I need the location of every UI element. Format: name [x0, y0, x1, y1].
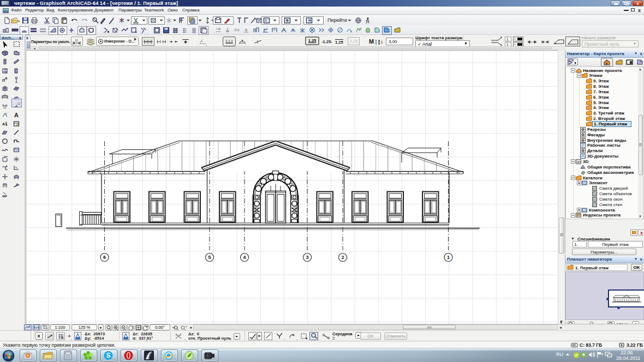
svg-text:4: 4 — [243, 255, 246, 260]
svg-text:6: 6 — [103, 255, 106, 260]
svg-text:3D: 3D — [577, 160, 581, 164]
svg-text:,: , — [206, 41, 207, 46]
svg-text:5: 5 — [208, 255, 211, 260]
svg-text:,: , — [232, 42, 234, 45]
svg-text:,: , — [262, 41, 263, 45]
svg-text:12: 12 — [75, 39, 78, 42]
svg-text:S: S — [106, 352, 110, 359]
svg-text:2: 2 — [341, 255, 344, 260]
svg-text:3: 3 — [306, 255, 308, 260]
svg-text:12: 12 — [3, 106, 7, 109]
svg-text:1: 1 — [447, 255, 450, 260]
svg-text:A: A — [14, 112, 19, 118]
svg-text:z: z — [5, 112, 7, 115]
